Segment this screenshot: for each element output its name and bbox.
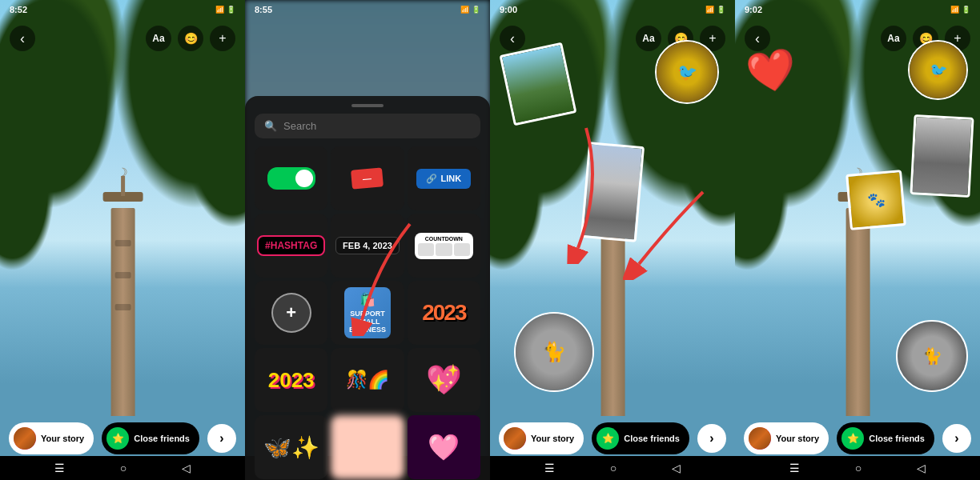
signal-icon-3: 📶 — [705, 6, 714, 14]
next-button-1[interactable]: › — [207, 424, 236, 453]
photo-sticker-bird[interactable]: 🐦 — [655, 40, 719, 104]
sticker-grid: — 🔗 LINK #HASHTAG FEB 4, 2023 COUNTDOWN — [245, 146, 490, 479]
your-story-button-3[interactable]: Your story — [499, 422, 584, 454]
add-button-1[interactable]: + — [210, 26, 235, 51]
story-label-1: Your story — [41, 434, 84, 443]
link-label: 🔗 LINK — [416, 169, 471, 189]
plus-icon: + — [286, 304, 296, 322]
text-icon-1: Aa — [152, 33, 164, 44]
home-icon-1[interactable]: ○ — [120, 462, 127, 474]
status-icons-4: 📶 🔋 — [950, 6, 970, 14]
close-friends-button-1[interactable]: ⭐ Close friends — [102, 422, 199, 454]
back-nav-icon-1[interactable]: ◁ — [182, 462, 191, 474]
text-button-1[interactable]: Aa — [146, 26, 171, 51]
your-story-button-1[interactable]: Your story — [9, 422, 94, 454]
add-icon-1: + — [219, 31, 226, 46]
story-label-4: Your story — [776, 434, 819, 443]
year-2023-a: 2023 — [422, 300, 465, 326]
sheet-handle — [351, 104, 384, 107]
back-button-3[interactable]: ‹ — [500, 26, 525, 51]
next-icon-3: › — [709, 431, 713, 446]
home-icon-4[interactable]: ○ — [855, 462, 862, 474]
close-friends-button-3[interactable]: ⭐ Close friends — [592, 422, 689, 454]
minaret-4: ☽ — [846, 208, 870, 416]
photo-sticker-yellow[interactable]: 🐾 — [845, 170, 906, 230]
countdown-widget: COUNTDOWN — [415, 233, 473, 259]
plant-photo-content — [502, 45, 574, 123]
status-bar-4: 9:02 📶 🔋 — [735, 0, 980, 19]
sticker-blurred[interactable] — [331, 415, 404, 479]
bag-icon: 🛍️ — [359, 292, 376, 307]
pink-heart-emoji: 🩷 — [428, 432, 460, 462]
bottom-bar-4: Your story ⭐ Close friends › — [735, 421, 980, 456]
text-button-4[interactable]: Aa — [881, 26, 906, 51]
sticker-2023-b[interactable]: 2023 — [255, 348, 327, 412]
link-icon: 🔗 — [426, 174, 437, 184]
year-2023-b: 2023 — [268, 368, 315, 393]
photo-sticker-cat-circle[interactable]: 🐈 — [514, 312, 594, 392]
hamburger-icon-1[interactable]: ☰ — [54, 462, 65, 474]
back-nav-icon-4[interactable]: ◁ — [917, 462, 926, 474]
yellow-content: 🐾 — [848, 172, 903, 227]
sticker-heart[interactable]: 💖 — [408, 348, 480, 412]
search-icon-2: 🔍 — [264, 120, 277, 132]
countdown-title: COUNTDOWN — [418, 236, 470, 242]
sticker-button-1[interactable]: 😊 — [178, 26, 203, 51]
sticker-butterfly[interactable]: 🦋✨ — [255, 415, 327, 479]
minaret-detail-3 — [115, 304, 131, 310]
countdown-days — [418, 243, 434, 256]
back-nav-icon-3[interactable]: ◁ — [672, 462, 681, 474]
next-icon-1: › — [219, 431, 223, 446]
your-story-button-4[interactable]: Your story — [744, 422, 829, 454]
sticker-2023-a[interactable]: 2023 — [408, 281, 480, 345]
minaret: ☽ — [111, 208, 135, 416]
back-button-4[interactable]: ‹ — [745, 26, 770, 51]
sticker-search-bar[interactable]: 🔍 Search — [255, 114, 480, 138]
hamburger-icon-3[interactable]: ☰ — [544, 462, 555, 474]
story-avatar-3 — [504, 427, 526, 450]
photo-sticker-bird-4[interactable]: 🐦 — [908, 40, 968, 100]
sticker-plus-button[interactable]: + — [255, 281, 327, 345]
time-4: 9:02 — [745, 5, 762, 14]
battery-icon-4: 🔋 — [962, 6, 970, 14]
sticker-icon-1: 😊 — [184, 32, 198, 45]
hamburger-icon-4[interactable]: ☰ — [789, 462, 800, 474]
nav-bar-4: ☰ ○ ◁ — [735, 456, 980, 480]
next-button-3[interactable]: › — [697, 424, 726, 453]
photo-sticker-cat-wall[interactable] — [580, 142, 645, 242]
status-icons-1: 📶 🔋 — [215, 6, 235, 14]
date-label: FEB 4, 2023 — [335, 237, 400, 254]
sticker-red[interactable]: — — [331, 146, 404, 210]
close-friends-label-4: Close friends — [869, 434, 925, 443]
close-friends-label-3: Close friends — [624, 434, 680, 443]
photo-sticker-cat-4[interactable] — [910, 114, 974, 198]
add-sticker-button[interactable]: + — [271, 293, 311, 333]
sticker-support-business[interactable]: 🛍️ SUPPORTSMALLBUSINESS — [331, 281, 404, 345]
next-button-4[interactable]: › — [942, 424, 971, 453]
battery-icon: 🔋 — [227, 6, 235, 14]
avatar-img-1 — [14, 427, 36, 450]
panel-2: 8:55 📶 🔋 🔍 Search — — [245, 0, 490, 480]
sticker-date[interactable]: FEB 4, 2023 — [331, 214, 404, 278]
bottom-bar-3: Your story ⭐ Close friends › — [490, 421, 735, 456]
minaret-detail-1 — [115, 240, 131, 246]
status-bar-2: 8:55 📶 🔋 — [245, 0, 490, 19]
photo-sticker-cat-circle-4[interactable]: 🐈 — [896, 320, 968, 392]
sticker-hashtag[interactable]: #HASHTAG — [255, 214, 327, 278]
back-icon-3: ‹ — [510, 30, 515, 47]
sticker-picker-panel: 🔍 Search — 🔗 LINK — [245, 96, 490, 480]
nav-bar-1: ☰ ○ ◁ — [0, 456, 245, 480]
countdown-mins — [454, 243, 470, 256]
countdown-grid — [418, 243, 470, 256]
sticker-celebration[interactable]: 🎊🌈 — [331, 348, 404, 412]
sticker-pink-heart[interactable]: 🩷 — [408, 415, 480, 479]
sticker-toggle[interactable] — [255, 146, 327, 210]
photo-sticker-heart-top[interactable]: ❤️ — [743, 44, 800, 98]
panel-3: ☽ 🐦 🐈 — [490, 0, 735, 480]
back-button-1[interactable]: ‹ — [10, 26, 35, 51]
text-button-3[interactable]: Aa — [636, 26, 661, 51]
close-friends-button-4[interactable]: ⭐ Close friends — [837, 422, 934, 454]
sticker-link[interactable]: 🔗 LINK — [408, 146, 480, 210]
home-icon-3[interactable]: ○ — [610, 462, 617, 474]
sticker-countdown[interactable]: COUNTDOWN — [408, 214, 480, 278]
